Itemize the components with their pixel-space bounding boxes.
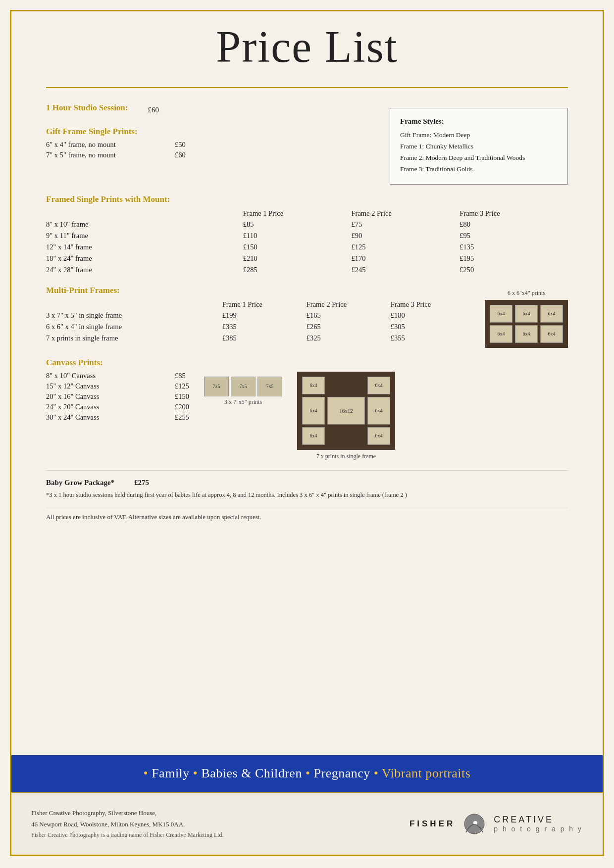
frame-styles-content: Gift Frame: Modern Deep Frame 1: Chunky …	[400, 130, 558, 175]
canvas-row: 20" x 16" Canvass £150	[46, 392, 189, 401]
banner-babies: Babies & Children	[201, 766, 302, 780]
frame-7x-label: 7 x prints in single frame	[316, 453, 376, 460]
baby-price: £275	[134, 479, 149, 487]
frame-cell: 6x4	[490, 305, 512, 323]
bullet-3: •	[306, 766, 314, 780]
page-border: Price List 1 Hour Studio Session: £60 Gi…	[10, 10, 604, 856]
frame-7x-diagram: 6x4 6x4 6x4 16x12 6x4 6x4 6x4	[297, 372, 395, 450]
logo-photo-text: p h o t o g r a p h y	[494, 825, 583, 833]
multi-print-table: Frame 1 Price Frame 2 Price Frame 3 Pric…	[46, 299, 475, 344]
table-row: 6 x 6" x 4" in single frame £335 £265 £3…	[46, 321, 475, 333]
gift-frame-row-2: 7" x 5" frame, no mount £60	[46, 151, 375, 159]
banner-pregnancy: Pregnancy	[314, 766, 370, 780]
logo-icon	[462, 812, 487, 836]
frame-7x-section: 6x4 6x4 6x4 16x12 6x4 6x4 6x4 7 x prints…	[297, 372, 395, 460]
canvass-section: Canvass Prints: 8" x 10" Canvass £85 15"…	[46, 358, 568, 460]
frame-cell: 6x4	[540, 325, 563, 343]
multi-print-section: Multi-Print Frames: Frame 1 Price Frame …	[46, 286, 568, 348]
logo-fisher-text: FISHER	[409, 819, 455, 829]
session-row: 1 Hour Studio Session: £60	[46, 103, 375, 117]
logo-svg	[462, 812, 487, 836]
canvas-row: 30" x 24" Canvass £255	[46, 413, 189, 422]
logo-creative-text: CREATIVE	[494, 815, 583, 825]
gift-frame-title: Gift Frame Single Prints:	[46, 127, 375, 137]
framed-prints-section: Framed Single Prints with Mount: Frame 1…	[46, 194, 568, 276]
table-row: 7 x prints in single frame £385 £325 £35…	[46, 333, 475, 344]
table-row: 9" x 11" frame £110 £90 £95	[46, 230, 568, 241]
frame-styles-box: Frame Styles: Gift Frame: Modern Deep Fr…	[390, 108, 568, 185]
frame-cell: 6x4	[515, 325, 538, 343]
framed-prints-table: Frame 1 Price Frame 2 Price Frame 3 Pric…	[46, 208, 568, 276]
frame-cell: 6x4	[490, 325, 512, 343]
banner-vibrant: Vibrant portraits	[382, 766, 471, 780]
bullet-1: •	[144, 766, 149, 780]
prints-7x5-label: 3 x 7"x5" prints	[224, 398, 262, 406]
table-row: 8" x 10" frame £85 £75 £80	[46, 219, 568, 230]
frame-cell: 6x4	[540, 305, 563, 323]
footer: Fisher Creative Photography, Silverstone…	[11, 792, 603, 855]
frame-styles-title: Frame Styles:	[400, 117, 558, 126]
session-label: 1 Hour Studio Session:	[46, 103, 128, 113]
baby-section: Baby Grow Package* £275 *3 x 1 hour stud…	[46, 470, 568, 500]
footer-logo: FISHER CREATIVE p h o t o g r a p h y	[409, 812, 583, 836]
frame-diagram-6x4: 6x4 6x4 6x4 6x4 6x4 6x4	[485, 300, 568, 348]
baby-label: Baby Grow Package*	[46, 479, 114, 487]
page-title: Price List	[46, 21, 568, 72]
bullet-2: •	[193, 766, 202, 780]
banner-family: Family	[152, 766, 190, 780]
table-row: 12" x 14" frame £150 £125 £135	[46, 241, 568, 253]
canvas-row: 15" x 12" Canvass £125	[46, 382, 189, 390]
canvass-title: Canvass Prints:	[46, 358, 568, 368]
logo-creative-section: CREATIVE p h o t o g r a p h y	[494, 815, 583, 833]
footer-address: Fisher Creative Photography, Silverstone…	[31, 808, 224, 840]
framed-prints-title: Framed Single Prints with Mount:	[46, 194, 568, 204]
canvas-row: 8" x 10" Canvass £85	[46, 372, 189, 380]
canvas-row: 24" x 20" Canvass £200	[46, 403, 189, 411]
table-row: 3 x 7" x 5" in single frame £199 £165 £1…	[46, 310, 475, 321]
gift-frame-row-1: 6" x 4" frame, no mount £50	[46, 141, 375, 149]
prints-diagram-7x5: 7x5 7x5 7x5	[204, 377, 282, 396]
top-divider	[46, 87, 568, 88]
baby-note: *3 x 1 hour studio sessions held during …	[46, 490, 568, 500]
frame-cell: 6x4	[515, 305, 538, 323]
table-row: 18" x 24" frame £210 £170 £195	[46, 253, 568, 264]
table-row: 24" x 28" frame £285 £245 £250	[46, 264, 568, 276]
category-banner: • Family • Babies & Children • Pregnancy…	[11, 755, 603, 792]
session-price: £60	[148, 106, 159, 114]
bullet-4: •	[374, 766, 382, 780]
vat-note: All prices are inclusive of VAT. Alterna…	[46, 507, 568, 521]
diagram-6x4-label: 6 x 6"x4" prints	[508, 289, 545, 297]
